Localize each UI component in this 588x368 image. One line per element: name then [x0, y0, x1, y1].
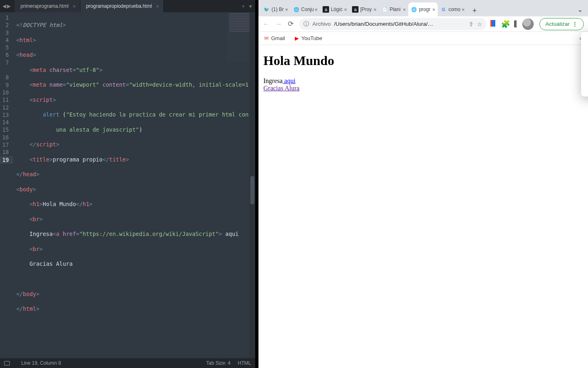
page-line-1: Ingresa aqui	[263, 77, 583, 85]
extensions-icon[interactable]: 🧩	[501, 20, 510, 29]
code-content[interactable]: <!DOCTYPE html> <html> <head> <meta char…	[13, 12, 255, 358]
close-icon[interactable]: ×	[73, 3, 76, 9]
scheme-label: Archivo	[312, 21, 331, 27]
globe-icon: 🌐	[293, 6, 300, 13]
google-icon: G	[440, 6, 447, 13]
tab-list-dropdown-icon[interactable]: ⌄	[574, 2, 586, 16]
chrome-tab[interactable]: 🌐Conju×	[291, 2, 321, 16]
editor-tab-label: primeraprograma.html	[20, 3, 69, 9]
close-icon[interactable]: ×	[156, 3, 159, 9]
address-text: /Users/brian/Documents/GitHub/Alura/…	[334, 21, 466, 27]
link-aqui[interactable]: aqui	[283, 77, 296, 84]
new-tab-button[interactable]: +	[469, 5, 480, 16]
tab-menu-icon[interactable]: ▾	[249, 3, 252, 9]
editor-nav-back-icon[interactable]: ◀	[2, 3, 6, 9]
close-icon[interactable]: ×	[284, 7, 288, 13]
close-icon[interactable]: ×	[402, 7, 406, 13]
twitter-icon: 🐦	[263, 6, 270, 13]
browser-pane: 🐦(1) Br× 🌐Conju× aLógic× a[Proy× 📄Plani×…	[258, 0, 588, 368]
extension-icon[interactable]	[492, 20, 495, 28]
address-bar[interactable]: ⓘ Archivo /Users/brian/Documents/GitHub/…	[299, 18, 486, 30]
editor-scrollbar[interactable]	[249, 12, 255, 358]
editor-tab-bar: ◀ ▶ primeraprograma.html × programapropi…	[0, 0, 255, 12]
new-tab-icon[interactable]: +	[242, 3, 245, 9]
chrome-tab[interactable]: aLógic×	[320, 2, 350, 16]
page-heading: Hola Mundo	[263, 53, 583, 68]
split-divider[interactable]	[255, 0, 258, 368]
chrome-tab[interactable]: 🐦(1) Br×	[261, 2, 291, 16]
close-icon[interactable]: ×	[431, 7, 436, 13]
close-icon[interactable]: ×	[343, 7, 347, 13]
js-alert-dialog: Esta página dice Estoy haciendo la pract…	[581, 32, 588, 96]
link-gracias-alura[interactable]: Gracias Alura	[263, 85, 299, 92]
close-icon[interactable]: ×	[314, 7, 318, 13]
star-icon[interactable]: ☆	[477, 21, 482, 27]
menu-icon: ⋮	[572, 21, 578, 27]
close-icon[interactable]: ×	[461, 7, 465, 13]
chrome-tab-strip: 🐦(1) Br× 🌐Conju× aLógic× a[Proy× 📄Plani×…	[258, 0, 588, 16]
share-icon[interactable]: ⇧	[469, 21, 474, 27]
bookmark-gmail[interactable]: ✉ Gmail	[264, 35, 285, 41]
doc-icon: 📄	[381, 6, 388, 13]
back-icon[interactable]: ←	[263, 20, 270, 28]
editor-tab-2[interactable]: programapropiodeprueba.html ×	[80, 0, 164, 12]
status-tabsize[interactable]: Tab Size: 4	[206, 360, 230, 366]
chrome-tab[interactable]: a[Proy×	[350, 2, 379, 16]
chrome-tab-active[interactable]: 🌐progr×	[408, 2, 438, 16]
chrome-tab[interactable]: Gcomo×	[438, 2, 467, 16]
youtube-icon: ▶	[295, 35, 299, 41]
close-icon[interactable]: ×	[372, 7, 377, 13]
line-gutter: 123 456 78 91011 121314 151617 1819	[0, 12, 13, 358]
editor-tab-label: programapropiodeprueba.html	[86, 3, 152, 9]
globe-icon: 🌐	[411, 6, 417, 13]
gmail-icon: ✉	[264, 35, 269, 41]
browser-toolbar: ← → ⟳ ⓘ Archivo /Users/brian/Documents/G…	[258, 16, 588, 32]
code-area[interactable]: 123 456 78 91011 121314 151617 1819 <!DO…	[0, 12, 255, 358]
alura-icon: a	[323, 6, 329, 13]
profile-avatar[interactable]	[522, 18, 534, 30]
forward-icon[interactable]: →	[275, 20, 282, 28]
editor-pane: ◀ ▶ primeraprograma.html × programapropi…	[0, 0, 255, 368]
chrome-tab[interactable]: 📄Plani×	[379, 2, 408, 16]
update-button[interactable]: Actualizar⋮	[539, 18, 584, 30]
status-cursor-pos[interactable]: Line 19, Column 8	[21, 360, 61, 366]
sidebar-toggle-icon[interactable]	[4, 361, 10, 366]
alura-icon: a	[352, 6, 359, 13]
info-icon[interactable]: ⓘ	[303, 20, 309, 28]
page-content: Hola Mundo Ingresa aqui Gracias Alura	[258, 45, 588, 368]
editor-statusbar: Line 19, Column 8 Tab Size: 4 HTML	[0, 358, 255, 368]
reload-icon[interactable]: ⟳	[288, 20, 294, 28]
side-panel-icon[interactable]	[516, 20, 517, 28]
editor-tab-1[interactable]: primeraprograma.html ×	[15, 0, 80, 12]
bookmark-youtube[interactable]: ▶ YouTube	[295, 35, 322, 41]
editor-nav-fwd-icon[interactable]: ▶	[7, 3, 11, 9]
status-lang[interactable]: HTML	[238, 360, 251, 366]
bookmarks-bar: ✉ Gmail ▶ YouTube »	[258, 32, 588, 45]
scroll-thumb[interactable]	[250, 176, 254, 204]
